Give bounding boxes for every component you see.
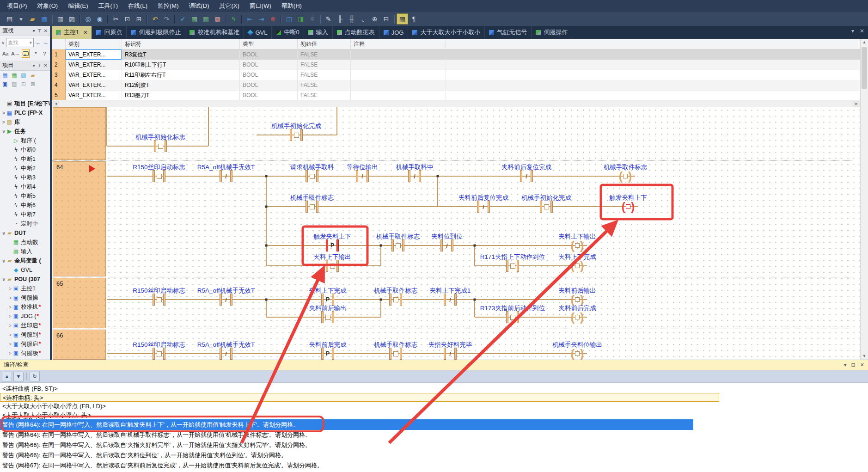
add-dut-icon[interactable]: ▦ [11,73,18,79]
find-combo[interactable]: 查找▾ [6,38,34,47]
tree-item-6[interactable]: ϟ中断6 [0,201,50,210]
comment-cell[interactable] [351,90,446,101]
ladder-contact-nc[interactable]: / [220,170,232,182]
comment-cell[interactable] [351,60,446,70]
tree-item-5[interactable]: ϟ中断5 [0,191,50,201]
network-gutter-cell[interactable] [53,107,106,160]
monitor-icon[interactable]: ◫ [283,13,295,25]
menu-item[interactable]: 在线(L) [123,0,153,12]
ladder-operand-label[interactable]: R173夹指前后动作到位 [480,304,545,313]
table-row[interactable]: 4VAR_EXTER...R12刮胶TBOOLFALSE [52,80,861,90]
output-message[interactable]: <连杆曲柄: 头> [0,393,719,402]
ladder-coil[interactable]: () [569,311,585,324]
tree-item-1[interactable]: >▣主控1 [0,284,50,293]
type-cell[interactable]: BOOL [240,49,298,60]
tree-expander-icon[interactable]: > [7,332,13,337]
ladder-operand-label[interactable]: 等待位输出 [347,163,378,172]
table-row[interactable]: 1VAR_EXTER...R3复位TBOOLFALSE [52,49,861,60]
tree-expander-icon[interactable]: > [7,314,13,319]
initial-value-cell[interactable]: FALSE [298,70,351,80]
comment-search-button[interactable] [22,49,30,58]
ladder-coil[interactable]: () [620,200,636,213]
initial-value-cell[interactable]: FALSE [298,60,351,70]
class-cell[interactable]: VAR_EXTER... [66,90,122,101]
comment-cell[interactable] [351,70,446,80]
tree-item-[interactable]: ▷程序 ( [0,136,50,145]
ladder-contact-no[interactable] [153,348,165,360]
tree-expander-icon[interactable]: ∨ [1,277,6,282]
status-icon[interactable]: ◨ [295,13,306,25]
column-header[interactable] [52,39,66,49]
column-header[interactable]: 类别 [66,39,122,49]
ladder-operand-label[interactable]: 触发夹料上下 [314,233,351,241]
ladder-contact-no[interactable] [306,201,318,213]
compile-all-icon[interactable]: ▦ [200,13,212,25]
pin-icon[interactable]: ⊤ [37,28,42,33]
ladder-operand-label[interactable]: R5A_off机械手无效T [197,163,255,172]
tree-item-2[interactable]: ϟ中断2 [0,164,50,173]
tree-item-[interactable]: >▣伺服到* [0,330,50,339]
tab-输入[interactable]: 输入 [304,26,333,39]
upload-icon[interactable]: ⇥ [256,13,267,25]
ladder-contact-nc[interactable]: / [520,170,533,182]
copy-item-icon[interactable]: ⊡ [20,81,27,87]
output-toolbar-icon[interactable]: ↻ [30,372,40,381]
rebuild-icon[interactable]: ▩ [212,13,223,25]
tree-item-[interactable]: ∨▶任务 [0,127,50,136]
ladder-contact-p[interactable]: P [326,239,339,251]
tab-回原点[interactable]: 回原点 [92,26,127,39]
tab-校准机构和基准[interactable]: 校准机构和基准 [185,26,244,39]
identifier-cell[interactable]: R13墨刀T [122,90,240,101]
row-number-cell[interactable]: 5 [52,90,66,101]
ladder-operand-label[interactable]: 机械手取件标志 [290,194,334,202]
output-message[interactable]: 警告 (网格67): 在同一网格中写入、然后读取自'夹料前后复位完成'，从一开始… [0,461,868,470]
scrollbar-thumb[interactable] [862,47,867,89]
tree-expander-icon[interactable]: > [7,323,13,328]
tree-expander-icon[interactable]: > [7,295,13,300]
ladder-operand-label[interactable]: 夹指夹好料完毕 [428,341,472,349]
contact-no-icon[interactable]: ╟ [334,13,346,25]
network-gutter-cell[interactable]: 64 [53,161,106,276]
ladder-contact-nc[interactable]: / [220,294,232,306]
ladder-operand-label[interactable]: 触发夹料上下 [610,194,647,202]
identifier-cell[interactable]: R3复位T [122,49,240,60]
whole-word-button[interactable]: A→ [11,49,20,58]
tree-item-1[interactable]: ϟ中断1 [0,154,50,164]
ladder-operand-label[interactable]: 夹料前后输出 [309,304,347,313]
print-preview-icon[interactable]: ▥ [55,13,66,25]
initial-value-cell[interactable]: FALSE [298,80,351,91]
menu-item[interactable]: 调试(D) [183,0,214,12]
tree-item-[interactable]: >▣伺服极* [0,349,50,358]
tree-item-0[interactable]: ϟ中断0 [0,145,50,154]
ladder-operand-label[interactable]: 夹料上下输出 [314,253,351,261]
column-header[interactable]: 类型 [240,39,298,49]
ladder-contact-no[interactable] [506,260,519,272]
abort-icon[interactable]: ⊗ [267,13,279,25]
online-plug-icon[interactable]: ϟ [228,13,239,25]
ladder-operand-label[interactable]: 夹料前后复位完成 [501,163,551,172]
tree-item-[interactable]: >▤库 [0,117,50,127]
menu-item[interactable]: 帮助(H) [276,0,307,12]
find-next-icon[interactable]: ◉ [94,13,105,25]
cut-icon[interactable]: ✂ [110,13,122,25]
ladder-operand-label[interactable]: 夹料前后输出 [559,287,596,295]
network-gutter-cell[interactable]: 65 [53,278,106,328]
ladder-operand-label[interactable]: 请求机械手取料 [290,163,334,172]
ladder-operand-label[interactable]: R5A_off机械手无效T [197,341,255,349]
tree-expander-icon[interactable]: > [1,110,6,116]
add-task-icon[interactable]: ▰ [30,73,36,79]
ladder-operand-label[interactable]: 夹料上下完成 [309,287,347,295]
ladder-operand-label[interactable]: 夹料前后复位完成 [458,194,508,202]
class-cell[interactable]: VAR_EXTER... [66,49,122,60]
ladder-contact-nc[interactable]: / [408,170,421,182]
chevron-down-icon[interactable]: ∨ [1,40,5,45]
ladder-contact-no[interactable] [154,140,167,152]
scroll-up-icon[interactable]: ▲ [861,39,868,46]
rising-edge-icon[interactable]: ⊕ [369,13,380,25]
output-message[interactable]: <大于大取大小于小取小浮点 (FB, LD)> [0,402,868,411]
type-cell[interactable]: BOOL [240,90,298,101]
tab-close-icon[interactable]: ✕ [860,28,864,34]
download-icon[interactable]: ⇤ [244,13,256,25]
tree-item-[interactable]: >▣丝印启* [0,321,50,330]
tree-expander-icon[interactable]: > [7,286,13,291]
